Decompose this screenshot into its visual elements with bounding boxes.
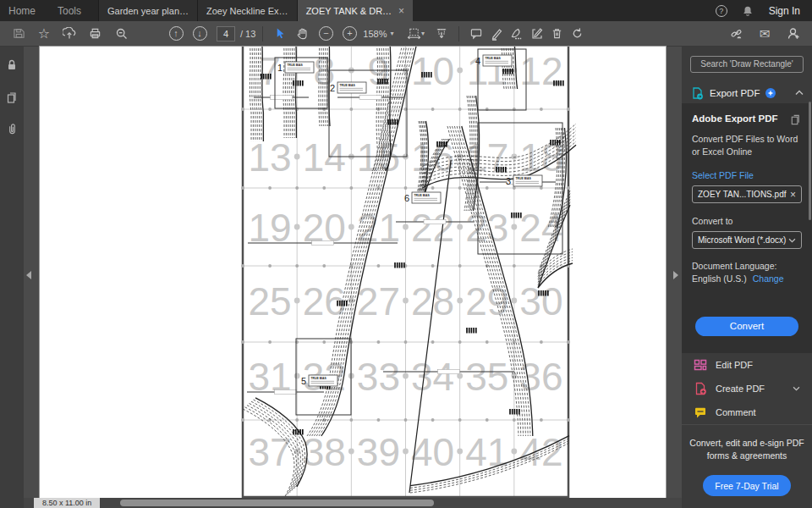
bell-icon[interactable] bbox=[741, 3, 755, 18]
svg-text:22: 22 bbox=[411, 206, 454, 250]
page-number-input[interactable]: 4 bbox=[217, 26, 235, 41]
svg-text:35: 35 bbox=[465, 355, 508, 399]
select-pdf-file-link[interactable]: Select PDF File bbox=[692, 170, 802, 180]
chevron-down-icon bbox=[788, 238, 796, 243]
collapse-left-panel-handle[interactable] bbox=[26, 271, 31, 279]
svg-text:30: 30 bbox=[519, 279, 562, 323]
star-favorite-button[interactable]: ☆ bbox=[34, 24, 54, 44]
rotate-pages-tool[interactable] bbox=[568, 24, 588, 44]
svg-text:25: 25 bbox=[248, 279, 291, 323]
create-pdf-icon bbox=[694, 382, 707, 395]
svg-text:38: 38 bbox=[303, 430, 346, 474]
svg-text:36: 36 bbox=[519, 355, 562, 399]
share-link-tool[interactable] bbox=[726, 24, 746, 44]
help-icon[interactable]: ? bbox=[716, 5, 727, 17]
previous-page-button[interactable]: ↑ bbox=[166, 24, 186, 44]
fit-width-dropdown[interactable]: ▾ bbox=[406, 24, 426, 44]
premium-badge-icon bbox=[765, 88, 776, 98]
change-language-link[interactable]: Change bbox=[753, 273, 784, 284]
search-tools-input[interactable]: Search 'Draw Rectangle' bbox=[690, 56, 804, 73]
comment-tool[interactable] bbox=[466, 24, 486, 44]
select-tool-pointer[interactable] bbox=[270, 24, 290, 44]
chevron-down-icon: ▾ bbox=[421, 30, 425, 37]
edit-pdf-item[interactable]: Edit PDF bbox=[682, 353, 812, 377]
svg-text:TRUE BIAS: TRUE BIAS bbox=[288, 64, 304, 67]
svg-text:5: 5 bbox=[301, 376, 306, 386]
horizontal-scrollbar[interactable] bbox=[24, 498, 682, 508]
svg-text:28: 28 bbox=[411, 279, 454, 323]
comment-item[interactable]: Comment bbox=[682, 400, 812, 424]
svg-text:2: 2 bbox=[330, 83, 335, 93]
print-button[interactable] bbox=[85, 24, 105, 44]
edit-pdf-icon bbox=[694, 358, 707, 372]
format-select-dropdown[interactable]: Microsoft Word (*.docx) bbox=[692, 231, 802, 249]
page-size-status: 8.50 x 11.00 in bbox=[34, 498, 100, 508]
attachments-paperclip-icon[interactable] bbox=[6, 123, 19, 139]
svg-text:9: 9 bbox=[368, 49, 390, 93]
svg-text:TRUE BIAS: TRUE BIAS bbox=[311, 377, 327, 380]
sign-in-button[interactable]: Sign In bbox=[769, 5, 800, 17]
collapse-right-panel-handle[interactable] bbox=[673, 271, 678, 279]
svg-text:TRUE BIAS: TRUE BIAS bbox=[414, 194, 431, 197]
svg-text:24: 24 bbox=[519, 206, 562, 250]
page-thumbnails-icon[interactable] bbox=[5, 91, 19, 108]
document-viewport[interactable]: 7891011121314151617181920212223242526272… bbox=[24, 47, 682, 508]
svg-text:34: 34 bbox=[411, 355, 454, 399]
tools-menu[interactable]: Tools bbox=[58, 5, 81, 17]
copy-pages-icon bbox=[789, 113, 802, 126]
zoom-level-dropdown[interactable]: 158% ▾ bbox=[363, 29, 393, 39]
next-page-button[interactable]: ↓ bbox=[189, 24, 210, 44]
acrobat-window: Home Tools Garden year plan… Zoey Neckli… bbox=[0, 0, 812, 508]
chevron-up-icon bbox=[795, 90, 804, 96]
svg-text:37: 37 bbox=[248, 430, 291, 474]
page-count-label: / 13 bbox=[240, 29, 255, 39]
horizontal-scrollbar-thumb[interactable] bbox=[120, 500, 434, 506]
comment-icon bbox=[694, 406, 707, 419]
svg-text:27: 27 bbox=[357, 279, 400, 323]
search-icon[interactable] bbox=[112, 24, 132, 44]
svg-text:10: 10 bbox=[411, 49, 454, 93]
close-tab-icon[interactable]: × bbox=[398, 5, 404, 17]
tab-garden-year-plan[interactable]: Garden year plan… bbox=[98, 0, 197, 21]
svg-text:4: 4 bbox=[475, 56, 480, 66]
chevron-down-icon bbox=[793, 386, 800, 391]
svg-text:TRUE BIAS: TRUE BIAS bbox=[516, 177, 532, 180]
sewing-pattern-page: 7891011121314151617181920212223242526272… bbox=[40, 47, 666, 498]
page-scrolling-button[interactable] bbox=[431, 24, 452, 44]
trial-promo: Convert, edit and e-sign PDF forms & agr… bbox=[682, 424, 812, 508]
svg-text:40: 40 bbox=[411, 430, 454, 474]
tools-panel: Search 'Draw Rectangle' Export PDF Adobe… bbox=[682, 47, 812, 508]
home-menu[interactable]: Home bbox=[8, 5, 36, 17]
chevron-down-icon: ▾ bbox=[391, 30, 394, 37]
svg-text:33: 33 bbox=[357, 355, 400, 399]
add-reviewer-tool[interactable] bbox=[783, 24, 804, 44]
tab-zoey-neckline[interactable]: Zoey Neckline Ex… bbox=[197, 0, 297, 21]
zoom-out-button[interactable]: − bbox=[315, 24, 336, 44]
send-email-tool[interactable]: ✉ bbox=[754, 24, 775, 44]
tab-zoey-tank-active[interactable]: ZOEY TANK & DR… × bbox=[297, 0, 413, 21]
svg-text:3: 3 bbox=[506, 176, 511, 186]
zoom-in-button[interactable]: + bbox=[339, 24, 359, 44]
pdf-page[interactable]: 7891011121314151617181920212223242526272… bbox=[40, 47, 666, 498]
save-button[interactable] bbox=[8, 24, 29, 44]
convert-button[interactable]: Convert bbox=[695, 317, 798, 336]
hand-tool[interactable] bbox=[292, 24, 312, 44]
free-trial-button[interactable]: Free 7-Day Trial bbox=[703, 475, 791, 496]
remove-file-icon[interactable]: × bbox=[790, 189, 796, 201]
fill-sign-tool[interactable] bbox=[507, 24, 527, 44]
svg-text:TRUE BIAS: TRUE BIAS bbox=[340, 84, 356, 87]
title-bar: Home Tools Garden year plan… Zoey Neckli… bbox=[0, 0, 812, 21]
svg-text:39: 39 bbox=[357, 430, 400, 474]
svg-text:1: 1 bbox=[277, 63, 283, 73]
create-pdf-item[interactable]: Create PDF bbox=[682, 377, 812, 400]
export-pdf-section-header[interactable]: Export PDF bbox=[682, 83, 812, 103]
panel-scrollbar-thumb[interactable] bbox=[809, 102, 811, 220]
left-rail bbox=[0, 47, 24, 508]
delete-pages-tool[interactable] bbox=[547, 24, 568, 44]
lock-icon[interactable] bbox=[5, 58, 19, 75]
selected-file-chip[interactable]: ZOEY TAN...TIONS.pdf × bbox=[692, 185, 802, 203]
edit-page-tool[interactable] bbox=[527, 24, 547, 44]
toolbar: ☆ ↑ ↓ 4 / 13 bbox=[0, 21, 812, 47]
share-upload-button[interactable] bbox=[59, 24, 80, 44]
highlight-tool[interactable] bbox=[486, 24, 507, 44]
